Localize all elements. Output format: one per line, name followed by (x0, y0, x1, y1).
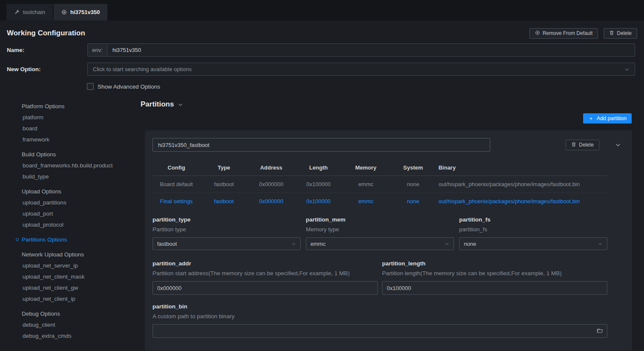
partition-bin-input[interactable] (152, 324, 607, 338)
name-input-group: env: (87, 43, 635, 57)
partitions-section-title: Partitions (141, 100, 174, 109)
cell-binary[interactable]: out/hispark_phoenix/packages/phone/image… (437, 193, 607, 210)
sidebar-item-upload-net-client-ip[interactable]: upload_net_client_ip (7, 293, 141, 305)
tab-bar: toolchain hi3751v350 (0, 0, 644, 20)
sidebar-item-upload-partitions[interactable]: upload_partitions (7, 197, 141, 208)
cell-system: none (389, 176, 437, 193)
wrench-icon (14, 9, 20, 15)
sidebar-item-upload-net-server-ip[interactable]: upload_net_server_ip (7, 260, 141, 271)
cell-config[interactable]: Final settings (152, 193, 200, 210)
table-row-board-default: Board default fastboot 0x000000 0x100000… (152, 176, 607, 193)
col-header-memory: Memory (342, 160, 389, 176)
delete-config-label: Delete (617, 30, 632, 36)
sidebar-section-platform-options[interactable]: Platform Options (7, 101, 141, 112)
chevron-down-icon (598, 242, 603, 246)
new-option-label: New Option: (7, 66, 87, 72)
partition-delete-button[interactable]: Delete (566, 140, 599, 150)
partition-fs-desc: partition_fs (459, 226, 607, 233)
col-header-system: System (389, 160, 437, 176)
partition-delete-label: Delete (579, 142, 594, 148)
sidebar-section-partitions-options[interactable]: Partitions Options (7, 234, 141, 245)
sidebar-section-build-options[interactable]: Build Options (7, 149, 141, 160)
tab-toolchain-label: toolchain (23, 9, 45, 15)
partition-length-input[interactable] (382, 281, 607, 295)
remove-from-default-label: Remove From Default (543, 30, 592, 36)
target-icon (61, 9, 67, 15)
sidebar-item-upload-port[interactable]: upload_port (7, 208, 141, 219)
delete-config-button[interactable]: Delete (604, 28, 637, 39)
col-header-address: Address (247, 160, 295, 176)
cell-type[interactable]: fastboot (200, 193, 247, 210)
sidebar-item-board-frameworks[interactable]: board_frameworks.hb.build.product (7, 160, 141, 171)
sidebar-item-build-type[interactable]: build_type (7, 171, 141, 182)
partition-fs-select[interactable]: none (459, 237, 607, 250)
tab-toolchain[interactable]: toolchain (6, 4, 53, 20)
options-sidebar: Platform Options platform board framewor… (7, 100, 141, 342)
partition-fs-name: partition_fs (459, 216, 607, 223)
col-header-config: Config (152, 160, 200, 176)
partition-length-desc: Partition length(The memory size can be … (382, 270, 607, 276)
sidebar-item-platform[interactable]: platform (7, 112, 141, 123)
plus-icon: ＋ (588, 115, 594, 122)
show-advanced-label: Show Advanced Options (98, 83, 160, 90)
cell-binary: out/hispark_phoenix/packages/phone/image… (437, 176, 607, 193)
partition-name-input[interactable] (152, 138, 490, 152)
sidebar-section-upload-options[interactable]: Upload Options (7, 186, 141, 197)
sidebar-section-network-upload-options[interactable]: Network Upload Options (7, 249, 141, 260)
partition-type-select[interactable]: fastboot (152, 237, 301, 250)
cell-config: Board default (152, 176, 200, 193)
remove-from-default-button[interactable]: Remove From Default (529, 28, 598, 39)
sidebar-item-debug-client[interactable]: debug_client (7, 319, 141, 331)
sidebar-item-framework[interactable]: framework (7, 134, 141, 145)
cell-length[interactable]: 0x100000 (295, 193, 342, 210)
partition-type-desc: Partition type (152, 226, 301, 233)
partition-bin-desc: A custom path to partition binary (152, 313, 607, 319)
tab-hi3751v350-label: hi3751v350 (70, 9, 100, 15)
add-partition-button[interactable]: ＋ Add partition (583, 113, 632, 124)
sidebar-item-upload-protocol[interactable]: upload_protocol (7, 219, 141, 230)
name-label: Name: (7, 47, 87, 53)
partition-bin-name: partition_bin (152, 303, 607, 310)
partition-mem-desc: Memory type (306, 226, 454, 233)
env-prefix: env: (88, 44, 107, 56)
tab-hi3751v350[interactable]: hi3751v350 (54, 4, 107, 20)
partition-type-name: partition_type (152, 216, 301, 223)
chevron-down-icon (291, 242, 296, 246)
add-partition-label: Add partition (597, 115, 627, 121)
cell-length: 0x100000 (295, 176, 342, 193)
target-icon (535, 30, 540, 37)
sidebar-item-debug-extra-cmds[interactable]: debug_extra_cmds (7, 331, 141, 342)
collapse-chevron-icon[interactable] (615, 142, 621, 148)
col-header-length: Length (295, 160, 342, 176)
new-option-select[interactable]: Click to start searching available optio… (87, 63, 635, 76)
chevron-down-icon (624, 67, 630, 72)
name-input[interactable] (107, 44, 635, 56)
page-title: Working Configuration (7, 29, 85, 37)
cell-address[interactable]: 0x000000 (247, 193, 295, 210)
new-option-placeholder: Click to start searching available optio… (93, 66, 192, 72)
partition-mem-select[interactable]: emmc (306, 237, 454, 250)
sidebar-item-upload-net-client-gw[interactable]: upload_net_client_gw (7, 282, 141, 293)
sidebar-item-board[interactable]: board (7, 123, 141, 134)
chevron-down-icon[interactable] (178, 102, 183, 107)
cell-address: 0x000000 (247, 176, 295, 193)
col-header-binary: Binary (437, 160, 607, 176)
sidebar-section-debug-options[interactable]: Debug Options (7, 308, 141, 319)
partition-card: Delete Config Type (145, 130, 632, 351)
col-header-type: Type (200, 160, 247, 176)
partition-settings-table: Config Type Address Length Memory System… (152, 160, 607, 210)
partition-addr-name: partition_addr (152, 260, 378, 267)
trash-icon (571, 142, 576, 148)
header-row: Working Configuration Remove From Defaul… (7, 26, 637, 40)
active-bullet-icon (16, 238, 19, 241)
show-advanced-checkbox[interactable] (87, 83, 94, 90)
partition-mem-name: partition_mem (306, 216, 454, 223)
partition-addr-input[interactable] (152, 281, 378, 295)
table-row-final-settings[interactable]: Final settings fastboot 0x000000 0x10000… (152, 193, 607, 210)
folder-browse-icon[interactable] (597, 328, 603, 334)
cell-memory[interactable]: emmc (342, 193, 389, 210)
partition-addr-desc: Partition start address(The memory size … (152, 270, 378, 276)
sidebar-item-upload-net-client-mask[interactable]: upload_net_client_mask (7, 271, 141, 282)
cell-system[interactable]: none (389, 193, 437, 210)
partition-length-name: partition_length (382, 260, 607, 267)
